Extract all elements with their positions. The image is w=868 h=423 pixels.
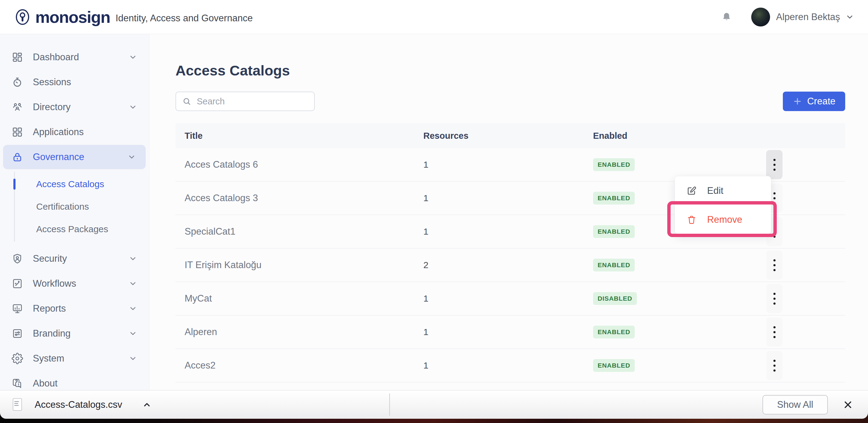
row-actions-button[interactable]: [766, 150, 782, 179]
catalog-title: MyCat: [176, 293, 423, 304]
table-row: MyCat 1 DISABLED: [176, 282, 845, 315]
sliders-icon: [11, 328, 23, 339]
status-badge: ENABLED: [593, 158, 635, 171]
chevron-down-icon: [129, 53, 137, 61]
chevron-down-icon: [845, 13, 854, 21]
status-badge: ENABLED: [593, 259, 635, 271]
download-item[interactable]: Access-Catalogs.csv: [11, 398, 151, 412]
resources-count: 1: [423, 226, 593, 237]
lock-icon: [11, 151, 23, 163]
table-header: Title Resources Enabled: [176, 123, 845, 148]
catalog-title: Acces2: [176, 360, 423, 371]
catalog-title: SpecialCat1: [176, 226, 423, 237]
status-badge: ENABLED: [593, 326, 635, 338]
help-bubbles-icon: [11, 377, 23, 389]
main-content: Access Catalogs Create Title Resources E…: [150, 34, 868, 390]
sidebar-item-governance[interactable]: Governance: [3, 145, 146, 169]
catalog-title: Acces Catalogs 3: [176, 193, 423, 204]
desktop-background-strip: Access-Catalogs.csv Show All: [0, 390, 868, 423]
create-button[interactable]: Create: [783, 92, 845, 111]
user-avatar: [751, 8, 770, 27]
shelf-divider: [389, 393, 390, 416]
row-actions-button[interactable]: [766, 351, 782, 380]
catalog-title: Alperen: [176, 327, 423, 337]
resources-count: 1: [423, 159, 593, 170]
catalog-title: IT Erişim Kataloğu: [176, 260, 423, 271]
workflow-wand-icon: [11, 278, 23, 290]
sidebar-item-dashboard[interactable]: Dashboard: [0, 45, 150, 69]
table-row: IT Erişim Kataloğu 2 ENABLED: [176, 249, 845, 282]
chevron-down-icon: [127, 153, 136, 161]
chevron-down-icon: [129, 279, 137, 288]
status-badge: ENABLED: [593, 225, 635, 238]
menu-item-remove[interactable]: Remove: [675, 205, 771, 234]
search-input[interactable]: [196, 96, 308, 107]
resources-count: 2: [423, 260, 593, 270]
chevron-up-icon[interactable]: [142, 400, 151, 409]
resources-count: 1: [423, 193, 593, 203]
gear-icon: [11, 353, 23, 364]
column-header-resources: Resources: [423, 131, 593, 141]
brand-name: monosign: [35, 8, 110, 27]
row-context-menu: Edit Remove: [675, 176, 771, 234]
page-title: Access Catalogs: [176, 62, 868, 79]
close-icon[interactable]: [842, 399, 854, 410]
plus-icon: [793, 96, 802, 106]
download-filename: Access-Catalogs.csv: [35, 399, 122, 410]
show-all-button[interactable]: Show All: [763, 395, 828, 415]
dashboard-icon: [11, 52, 23, 63]
sidebar-item-sessions[interactable]: Sessions: [0, 70, 150, 94]
search-box: [176, 92, 315, 111]
apps-grid-icon: [11, 126, 23, 138]
trash-icon: [686, 215, 697, 225]
top-header: monosign Identity, Access and Governance…: [0, 0, 868, 34]
sidebar-nav: Dashboard Sessions Directory Application…: [0, 34, 150, 390]
row-actions-button[interactable]: [766, 318, 782, 346]
sidebar-item-directory[interactable]: Directory: [0, 95, 150, 119]
status-badge: DISABLED: [593, 292, 637, 305]
user-menu[interactable]: Alperen Bektaş: [751, 8, 854, 27]
resources-count: 1: [423, 293, 593, 304]
shield-user-icon: [11, 253, 23, 265]
sidebar-item-access-catalogs[interactable]: Access Catalogs: [15, 173, 150, 195]
brand-logo[interactable]: monosign: [14, 8, 110, 27]
stopwatch-icon: [11, 77, 23, 88]
column-header-enabled: Enabled: [593, 131, 766, 141]
monosign-logo-icon: [14, 8, 31, 26]
chevron-down-icon: [129, 354, 137, 363]
user-name: Alperen Bektaş: [776, 11, 840, 23]
sidebar-item-reports[interactable]: Reports: [0, 296, 150, 321]
sidebar-item-system[interactable]: System: [0, 346, 150, 371]
search-icon: [182, 97, 191, 106]
catalog-title: Acces Catalogs 6: [176, 159, 423, 170]
status-badge: ENABLED: [593, 359, 635, 372]
app-tagline: Identity, Access and Governance: [116, 13, 253, 24]
menu-item-edit[interactable]: Edit: [675, 176, 771, 205]
csv-file-icon: [11, 398, 23, 412]
users-group-icon: [11, 101, 23, 113]
governance-submenu: Access Catalogs Certifications Access Pa…: [14, 172, 150, 242]
sidebar-item-applications[interactable]: Applications: [0, 120, 150, 144]
sidebar-item-branding[interactable]: Branding: [0, 321, 150, 346]
sidebar-item-access-packages[interactable]: Access Packages: [15, 218, 150, 240]
row-actions-button[interactable]: [766, 284, 782, 313]
row-actions-button[interactable]: [766, 250, 782, 280]
resources-count: 1: [423, 360, 593, 371]
edit-pencil-icon: [686, 186, 697, 196]
sidebar-item-workflows[interactable]: Workflows: [0, 271, 150, 296]
chevron-down-icon: [129, 103, 137, 111]
catalogs-table: Title Resources Enabled Acces Catalogs 6…: [176, 123, 845, 383]
chevron-down-icon: [129, 329, 137, 338]
chevron-down-icon: [129, 254, 137, 263]
report-chart-icon: [11, 303, 23, 314]
sidebar-item-security[interactable]: Security: [0, 246, 150, 271]
sidebar-item-certifications[interactable]: Certifications: [15, 195, 150, 218]
table-row: Acces2 1 ENABLED: [176, 349, 845, 383]
notifications-bell-icon[interactable]: [721, 11, 732, 23]
chevron-down-icon: [129, 304, 137, 313]
column-header-title: Title: [176, 131, 423, 141]
resources-count: 1: [423, 327, 593, 337]
table-row: Alperen 1 ENABLED: [176, 315, 845, 349]
status-badge: ENABLED: [593, 192, 635, 205]
download-shelf: Access-Catalogs.csv Show All: [0, 390, 868, 419]
